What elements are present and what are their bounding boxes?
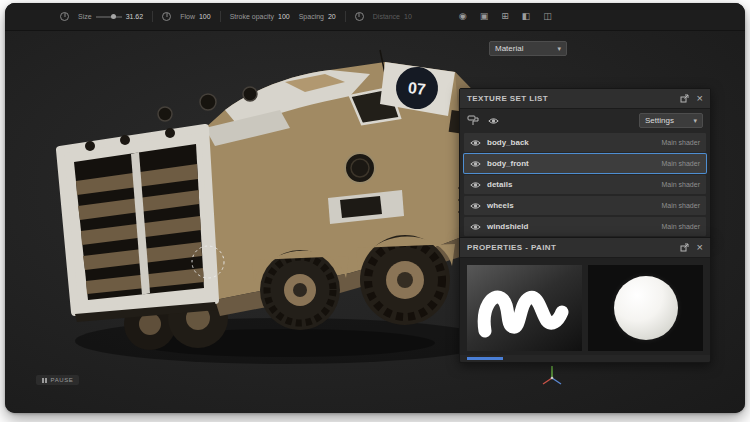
settings-dropdown-label: Settings bbox=[645, 116, 674, 125]
material-sphere-preview[interactable] bbox=[588, 265, 703, 351]
texture-set-list-toolbar: Settings ▾ bbox=[460, 109, 710, 131]
stencil-icon[interactable]: ▣ bbox=[480, 12, 489, 21]
visibility-eye-icon[interactable] bbox=[470, 223, 481, 231]
texture-set-list-header: TEXTURE SET LIST × bbox=[460, 89, 710, 109]
distance-dial-icon[interactable] bbox=[355, 12, 364, 21]
size-label: Size bbox=[78, 13, 92, 20]
stroke-opacity-value[interactable]: 100 bbox=[278, 13, 290, 20]
chevron-down-icon: ▾ bbox=[693, 117, 697, 125]
close-icon[interactable]: × bbox=[697, 242, 703, 253]
texture-set-shader: Main shader bbox=[661, 223, 700, 230]
pause-status-badge[interactable]: PAUSE bbox=[36, 375, 79, 385]
pause-label: PAUSE bbox=[51, 377, 74, 383]
chevron-down-icon: ▾ bbox=[557, 45, 561, 53]
texture-set-name: details bbox=[487, 180, 655, 189]
texture-set-name: body_back bbox=[487, 138, 655, 147]
armored-truck-model[interactable]: 07 bbox=[50, 48, 510, 366]
divider bbox=[152, 11, 153, 22]
expand-panel-icon[interactable] bbox=[680, 243, 689, 252]
projection-mode-icon[interactable]: ◫ bbox=[543, 12, 552, 21]
size-slider[interactable] bbox=[96, 16, 122, 18]
stroke-opacity-label: Stroke opacity bbox=[230, 13, 274, 20]
panel-title: TEXTURE SET LIST bbox=[467, 94, 672, 103]
brush-toolbar: Size 31.62 Flow 100 Stroke opacity 100 S… bbox=[5, 3, 745, 31]
texture-set-row[interactable]: wheels Main shader bbox=[464, 196, 706, 215]
visibility-eye-icon[interactable] bbox=[470, 202, 481, 210]
distance-label: Distance bbox=[373, 13, 400, 20]
texture-set-shader: Main shader bbox=[661, 139, 700, 146]
distance-value[interactable]: 10 bbox=[404, 13, 412, 20]
symmetry-icon[interactable]: ⊞ bbox=[501, 12, 509, 21]
substance-painter-window: Size 31.62 Flow 100 Stroke opacity 100 S… bbox=[5, 3, 745, 413]
svg-text:07: 07 bbox=[407, 79, 427, 98]
distance-control[interactable]: Distance 10 bbox=[373, 13, 412, 20]
alignment-icon[interactable]: ◉ bbox=[459, 12, 467, 21]
properties-paint-panel: PROPERTIES - PAINT × bbox=[459, 237, 711, 363]
visibility-eye-icon[interactable] bbox=[470, 181, 481, 189]
spacing-label: Spacing bbox=[299, 13, 324, 20]
brush-flow-control[interactable]: Flow 100 bbox=[180, 13, 210, 20]
flow-value[interactable]: 100 bbox=[199, 13, 211, 20]
divider bbox=[220, 11, 221, 22]
spacing-control[interactable]: Spacing 20 bbox=[299, 13, 336, 20]
brush-size-dial-icon[interactable] bbox=[60, 12, 69, 21]
texture-set-shader: Main shader bbox=[661, 202, 700, 209]
size-value[interactable]: 31.62 bbox=[126, 13, 144, 20]
visibility-eye-icon[interactable] bbox=[470, 139, 481, 147]
properties-panel-header: PROPERTIES - PAINT × bbox=[460, 238, 710, 258]
toolbar-icon-cluster: ◉ ▣ ⊞ ◧ ◫ bbox=[459, 12, 552, 21]
texture-set-row[interactable]: details Main shader bbox=[464, 175, 706, 194]
close-icon[interactable]: × bbox=[697, 93, 703, 104]
scrollbar-indicator[interactable] bbox=[467, 357, 503, 360]
visibility-icon[interactable] bbox=[488, 117, 499, 125]
front-grille bbox=[60, 128, 217, 322]
material-sphere bbox=[614, 276, 678, 340]
flow-dial-icon[interactable] bbox=[162, 12, 171, 21]
panel-title: PROPERTIES - PAINT bbox=[467, 243, 672, 252]
texture-set-name: windshield bbox=[487, 222, 655, 231]
texture-set-rows: body_back Main shader body_front Main sh… bbox=[460, 133, 710, 240]
texture-set-shader: Main shader bbox=[661, 160, 700, 167]
stroke-opacity-control[interactable]: Stroke opacity 100 bbox=[230, 13, 290, 20]
marketing-frame: Size 31.62 Flow 100 Stroke opacity 100 S… bbox=[0, 0, 750, 422]
texture-set-list-panel: TEXTURE SET LIST × Settings ▾ bbox=[459, 88, 711, 241]
texture-set-row[interactable]: body_front Main shader bbox=[464, 154, 706, 173]
material-dropdown-value: Material bbox=[495, 44, 523, 53]
visibility-eye-icon[interactable] bbox=[470, 160, 481, 168]
lazy-mouse-icon[interactable]: ◧ bbox=[522, 12, 531, 21]
brush-stroke-squiggle bbox=[467, 265, 580, 351]
expand-panel-icon[interactable] bbox=[680, 94, 689, 103]
brush-stroke-preview[interactable] bbox=[467, 265, 582, 351]
texture-set-row[interactable]: body_back Main shader bbox=[464, 133, 706, 152]
paint-roller-icon[interactable] bbox=[467, 115, 479, 126]
spacing-value[interactable]: 20 bbox=[328, 13, 336, 20]
axis-gizmo-icon bbox=[539, 361, 565, 387]
texture-set-shader: Main shader bbox=[661, 181, 700, 188]
brush-previews bbox=[460, 258, 710, 355]
brush-size-control[interactable]: Size 31.62 bbox=[78, 13, 143, 20]
material-mode-dropdown[interactable]: Material ▾ bbox=[489, 41, 567, 56]
texture-set-row[interactable]: windshield Main shader bbox=[464, 217, 706, 236]
pause-icon bbox=[42, 378, 47, 383]
texture-set-name: wheels bbox=[487, 201, 655, 210]
divider bbox=[345, 11, 346, 22]
texture-set-settings-dropdown[interactable]: Settings ▾ bbox=[639, 113, 703, 128]
flow-label: Flow bbox=[180, 13, 195, 20]
texture-set-name: body_front bbox=[487, 159, 655, 168]
